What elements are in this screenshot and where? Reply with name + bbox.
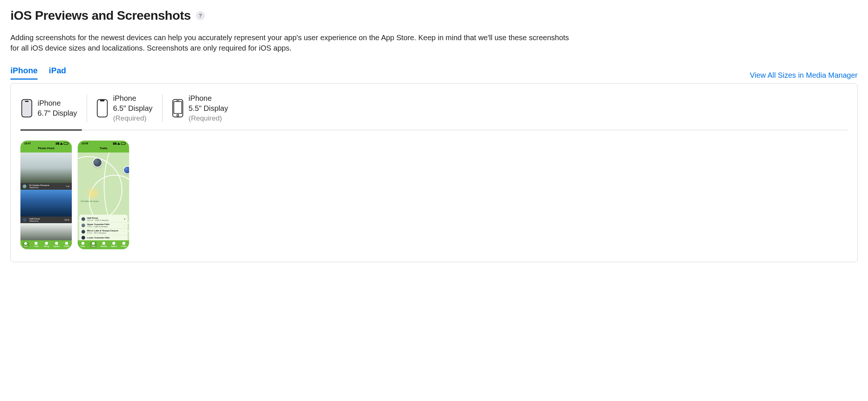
- svg-rect-2: [97, 99, 107, 117]
- mock-card-age: 7 hr: [66, 185, 70, 187]
- device-required: (Required): [189, 113, 228, 123]
- tab-iphone[interactable]: iPhone: [10, 66, 38, 80]
- device-display: 6.7" Display: [38, 108, 77, 118]
- section-description: Adding screenshots for the newest device…: [10, 32, 572, 53]
- device-underline-track: [20, 130, 848, 130]
- svg-rect-1: [25, 101, 29, 102]
- mock-screen-title: Photo Feed: [20, 147, 72, 151]
- device-size-6-5[interactable]: iPhone 6.5" Display (Required): [87, 93, 162, 123]
- view-all-sizes-link[interactable]: View All Sizes in Media Manager: [750, 71, 858, 80]
- svg-rect-4: [174, 102, 182, 113]
- mock-statusbar: 10:47: [20, 141, 72, 147]
- screenshots-panel: iPhone 6.7" Display iPhone 6.5" Display …: [10, 83, 858, 262]
- platform-tabs: iPhone iPad: [10, 66, 66, 80]
- mock-card-subtitle: hiikeerman: [29, 186, 49, 189]
- device-size-6-7[interactable]: iPhone 6.7" Display: [20, 93, 87, 123]
- iphone-dynamic-island-icon: [21, 99, 32, 118]
- device-name: iPhone: [113, 93, 152, 103]
- tab-ipad[interactable]: iPad: [49, 66, 66, 80]
- device-name: iPhone: [189, 93, 228, 103]
- mock-card-age: 12 hr: [64, 219, 70, 221]
- iphone-homebutton-icon: [172, 99, 183, 118]
- page-title: iOS Previews and Screenshots: [10, 8, 191, 23]
- mock-map-label: Half Valley Vis Center: [81, 200, 99, 202]
- svg-rect-6: [176, 100, 179, 101]
- mock-tabbar: Feed Trails Hiking Apple's Profile: [20, 240, 72, 249]
- screenshot-thumb-2[interactable]: 10:56 Trails Half Valley Vis Center Half…: [78, 141, 129, 249]
- mock-screen-title: Trails: [78, 147, 129, 151]
- device-name: iPhone: [38, 98, 77, 108]
- device-display: 6.5" Display: [113, 103, 152, 113]
- svg-rect-0: [22, 99, 32, 117]
- mock-tabbar: Feed Trails NearBy Apple's Profile: [78, 240, 129, 249]
- iphone-notch-icon: [97, 99, 108, 118]
- device-underline-active: [20, 129, 82, 131]
- mock-time: 10:47: [24, 142, 31, 145]
- device-size-5-5[interactable]: iPhone 5.5" Display (Required): [163, 93, 238, 123]
- help-icon[interactable]: ?: [196, 11, 205, 20]
- mock-card-subtitle: hiikeerman: [29, 220, 40, 222]
- device-display: 5.5" Display: [189, 103, 228, 113]
- screenshot-thumb-1[interactable]: 10:47 Photo Feed El Capitan Preservehiik…: [20, 141, 72, 249]
- mock-time: 10:56: [81, 142, 88, 145]
- device-required: (Required): [113, 113, 152, 123]
- mock-statusbar: 10:56: [78, 141, 129, 147]
- svg-point-5: [177, 114, 179, 116]
